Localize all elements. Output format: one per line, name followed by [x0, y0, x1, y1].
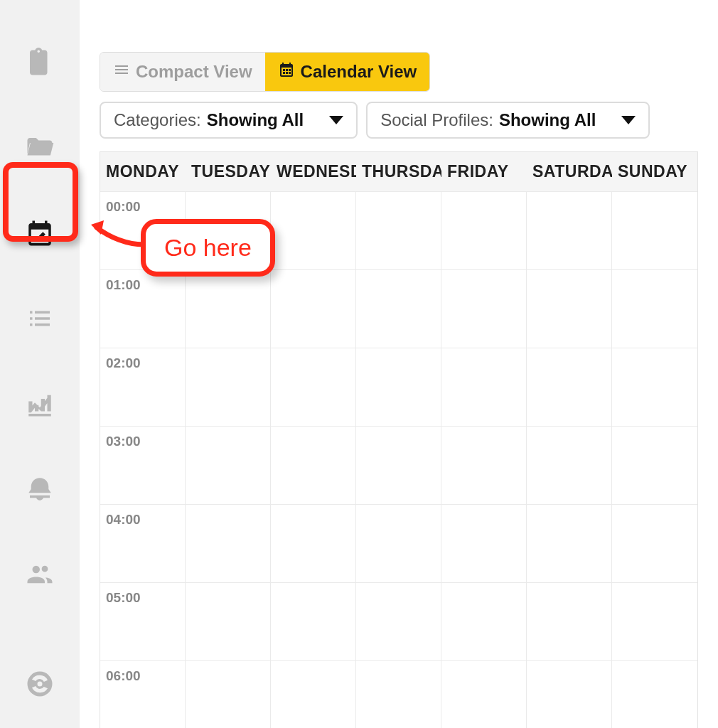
life-ring-icon [25, 669, 55, 702]
social-profiles-filter[interactable]: Social Profiles: Showing All [366, 102, 650, 139]
categories-filter-value: Showing All [207, 110, 304, 130]
day-header: FRIDAY [441, 152, 527, 191]
calendar-cell[interactable] [271, 192, 356, 269]
day-header: MONDAY [100, 152, 186, 191]
calendar-cell[interactable] [271, 348, 356, 426]
calendar-cell[interactable] [612, 348, 697, 426]
calendar-cell[interactable] [441, 270, 527, 348]
calendar-row: 04:00 [100, 504, 697, 582]
calendar-cell[interactable] [356, 583, 441, 660]
calendar-cell[interactable] [612, 427, 697, 504]
time-label: 02:00 [106, 355, 141, 370]
calendar-cell[interactable] [271, 583, 356, 660]
analytics-icon [25, 389, 55, 422]
time-label: 03:00 [106, 434, 141, 449]
calendar-cell[interactable] [356, 192, 441, 269]
sidebar [0, 0, 80, 728]
calendar-cell[interactable] [356, 270, 441, 348]
calendar-cell[interactable] [612, 505, 697, 582]
calendar-cell[interactable] [527, 427, 612, 504]
day-header: WEDNESDAY [271, 152, 356, 191]
calendar-cell[interactable] [186, 348, 271, 426]
calendar-cell[interactable] [441, 583, 527, 660]
calendar-cell[interactable]: 01:00 [100, 270, 186, 348]
calendar-cell[interactable] [271, 661, 356, 728]
main-content: Compact View Calendar View Categories: S… [80, 0, 718, 728]
calendar-cell[interactable] [612, 192, 697, 269]
calendar-cell[interactable] [527, 192, 612, 269]
calendar-grid-icon [278, 61, 295, 82]
calendar-cell[interactable] [441, 348, 527, 426]
calendar-cell[interactable] [186, 661, 271, 728]
day-header: SATURDAY [527, 152, 612, 191]
calendar-cell[interactable]: 05:00 [100, 583, 186, 660]
profiles-filter-label: Social Profiles: [380, 110, 493, 130]
calendar-cell[interactable] [271, 270, 356, 348]
time-label: 01:00 [106, 277, 141, 292]
calendar-cell[interactable] [356, 427, 441, 504]
sidebar-item-bell[interactable] [0, 448, 80, 533]
sidebar-item-list[interactable] [0, 277, 80, 363]
categories-filter-label: Categories: [114, 110, 201, 130]
calendar-cell[interactable] [356, 505, 441, 582]
calendar-cell[interactable]: 06:00 [100, 661, 186, 728]
hamburger-icon [113, 61, 130, 82]
calendar-cell[interactable] [612, 270, 697, 348]
calendar-cell[interactable] [441, 427, 527, 504]
calendar-row: 02:00 [100, 348, 697, 426]
calendar-cell[interactable]: 03:00 [100, 427, 186, 504]
time-label: 06:00 [106, 668, 141, 683]
calendar-header-row: MONDAY TUESDAY WEDNESDAY THURSDAY FRIDAY… [100, 152, 697, 191]
calendar-row: 06:00 [100, 660, 697, 728]
calendar-cell[interactable] [271, 505, 356, 582]
profiles-filter-value: Showing All [499, 110, 596, 130]
calendar-cell[interactable] [527, 348, 612, 426]
time-label: 05:00 [106, 590, 141, 605]
calendar-view-label: Calendar View [301, 62, 417, 82]
calendar-cell[interactable] [527, 583, 612, 660]
calendar-view-button[interactable]: Calendar View [265, 53, 430, 91]
chevron-down-icon [621, 116, 636, 124]
calendar-cell[interactable]: 04:00 [100, 505, 186, 582]
calendar-cell[interactable] [356, 348, 441, 426]
compact-view-button[interactable]: Compact View [100, 53, 265, 91]
sidebar-item-users[interactable] [0, 533, 80, 619]
calendar-cell[interactable] [441, 192, 527, 269]
calendar-cell[interactable]: 02:00 [100, 348, 186, 426]
list-icon [25, 304, 55, 336]
day-header: SUNDAY [612, 152, 697, 191]
calendar-cell[interactable] [527, 270, 612, 348]
time-label: 00:00 [106, 199, 141, 214]
calendar-cell[interactable] [527, 505, 612, 582]
view-toggle: Compact View Calendar View [100, 52, 430, 92]
calendar-row: 05:00 [100, 582, 697, 660]
users-icon [25, 560, 55, 592]
calendar-cell[interactable] [612, 583, 697, 660]
day-header: THURSDAY [356, 152, 441, 191]
calendar-cell[interactable] [271, 427, 356, 504]
calendar-cell[interactable] [356, 661, 441, 728]
sidebar-item-clipboard[interactable] [0, 21, 80, 107]
annotation-callout: Go here [141, 219, 275, 277]
calendar-cell[interactable] [186, 505, 271, 582]
calendar-row: 03:00 [100, 426, 697, 504]
calendar-cell[interactable] [186, 427, 271, 504]
categories-filter[interactable]: Categories: Showing All [100, 102, 358, 139]
annotation-highlight-box [3, 162, 78, 242]
compact-view-label: Compact View [136, 62, 252, 82]
calendar-cell[interactable] [527, 661, 612, 728]
folder-icon [25, 133, 55, 166]
time-label: 04:00 [106, 512, 141, 527]
annotation-callout-text: Go here [164, 234, 252, 261]
calendar-cell[interactable] [186, 583, 271, 660]
calendar-cell[interactable] [612, 661, 697, 728]
day-header: TUESDAY [186, 152, 271, 191]
bell-icon [25, 474, 55, 507]
sidebar-item-help[interactable] [0, 657, 80, 714]
calendar-cell[interactable] [186, 270, 271, 348]
calendar-cell[interactable] [441, 505, 527, 582]
clipboard-icon [25, 48, 55, 80]
calendar-row: 01:00 [100, 269, 697, 348]
calendar-cell[interactable] [441, 661, 527, 728]
sidebar-item-analytics[interactable] [0, 363, 80, 448]
